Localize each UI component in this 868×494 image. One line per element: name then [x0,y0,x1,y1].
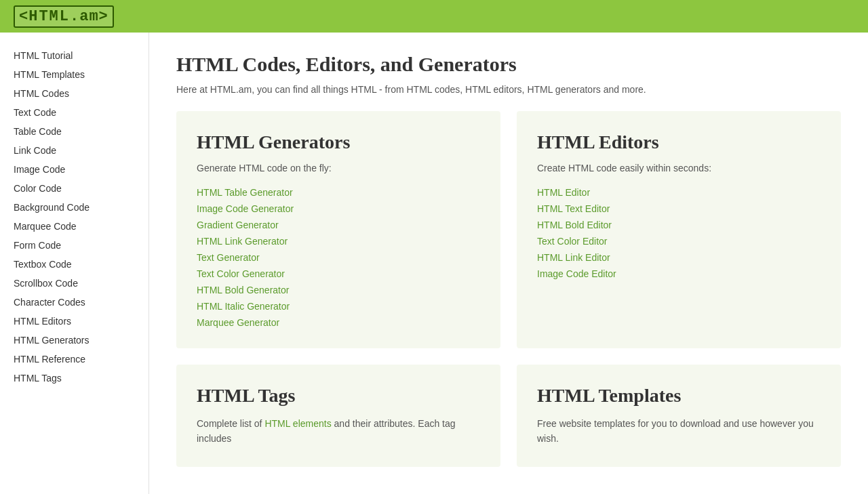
sidebar-item-html-tags[interactable]: HTML Tags [0,369,149,388]
sidebar-item-character-codes[interactable]: Character Codes [0,293,149,312]
sidebar: HTML TutorialHTML TemplatesHTML CodesTex… [0,33,149,494]
tags-title: HTML Tags [197,385,480,407]
editor-link-html-text-editor[interactable]: HTML Text Editor [537,203,821,214]
editors-section: HTML Editors Create HTML code easily wit… [517,111,841,348]
editors-subtitle: Create HTML code easily within seconds: [537,163,821,173]
generator-link-html-italic-generator[interactable]: HTML Italic Generator [197,301,480,312]
layout: HTML TutorialHTML TemplatesHTML CodesTex… [0,33,868,494]
sidebar-item-form-code[interactable]: Form Code [0,236,149,255]
sidebar-item-html-generators[interactable]: HTML Generators [0,331,149,350]
editor-link-text-color-editor[interactable]: Text Color Editor [537,236,821,247]
header: <HTML.am> [0,0,868,33]
sidebar-item-link-code[interactable]: Link Code [0,141,149,160]
templates-section: HTML Templates Free website templates fo… [517,365,841,467]
editor-link-html-editor[interactable]: HTML Editor [537,187,821,198]
sidebar-item-image-code[interactable]: Image Code [0,160,149,179]
sidebar-item-text-code[interactable]: Text Code [0,103,149,122]
main-content: HTML Codes, Editors, and Generators Here… [149,33,868,494]
sidebar-item-html-codes[interactable]: HTML Codes [0,84,149,103]
generators-title: HTML Generators [197,131,480,153]
templates-title: HTML Templates [537,385,821,407]
sidebar-item-textbox-code[interactable]: Textbox Code [0,255,149,274]
sidebar-item-background-code[interactable]: Background Code [0,198,149,217]
tags-subtitle: Complete list of HTML elements and their… [197,416,480,447]
generator-link-image-code-generator[interactable]: Image Code Generator [197,203,480,214]
sidebar-item-html-templates[interactable]: HTML Templates [0,65,149,84]
sidebar-item-html-tutorial[interactable]: HTML Tutorial [0,46,149,65]
generator-link-text-color-generator[interactable]: Text Color Generator [197,268,480,279]
generator-link-text-generator[interactable]: Text Generator [197,252,480,263]
html-elements-link[interactable]: HTML elements [264,418,331,429]
editors-links: HTML EditorHTML Text EditorHTML Bold Edi… [537,187,821,279]
templates-subtitle: Free website templates for you to downlo… [537,416,821,447]
page-title: HTML Codes, Editors, and Generators [176,53,841,76]
editors-title: HTML Editors [537,131,821,153]
sidebar-item-scrollbox-code[interactable]: Scrollbox Code [0,274,149,293]
tags-section: HTML Tags Complete list of HTML elements… [176,365,500,467]
sidebar-item-table-code[interactable]: Table Code [0,122,149,141]
sidebar-item-marquee-code[interactable]: Marquee Code [0,217,149,236]
top-sections-grid: HTML Generators Generate HTML code on th… [176,111,841,348]
tags-subtitle-text: Complete list of [197,418,264,429]
sidebar-item-html-editors[interactable]: HTML Editors [0,312,149,331]
generator-link-html-link-generator[interactable]: HTML Link Generator [197,236,480,247]
editor-link-html-link-editor[interactable]: HTML Link Editor [537,252,821,263]
editor-link-image-code-editor[interactable]: Image Code Editor [537,268,821,279]
site-logo[interactable]: <HTML.am> [14,5,114,28]
bottom-sections-grid: HTML Tags Complete list of HTML elements… [176,365,841,467]
generators-links: HTML Table GeneratorImage Code Generator… [197,187,480,328]
logo-text: <HTML.am> [19,8,108,25]
generator-link-html-bold-generator[interactable]: HTML Bold Generator [197,285,480,295]
generators-section: HTML Generators Generate HTML code on th… [176,111,500,348]
generators-subtitle: Generate HTML code on the fly: [197,163,480,173]
editor-link-html-bold-editor[interactable]: HTML Bold Editor [537,220,821,230]
generator-link-gradient-generator[interactable]: Gradient Generator [197,220,480,230]
page-subtitle: Here at HTML.am, you can find all things… [176,84,841,95]
generator-link-html-table-generator[interactable]: HTML Table Generator [197,187,480,198]
generator-link-marquee-generator[interactable]: Marquee Generator [197,317,480,328]
sidebar-item-color-code[interactable]: Color Code [0,179,149,198]
sidebar-item-html-reference[interactable]: HTML Reference [0,350,149,369]
